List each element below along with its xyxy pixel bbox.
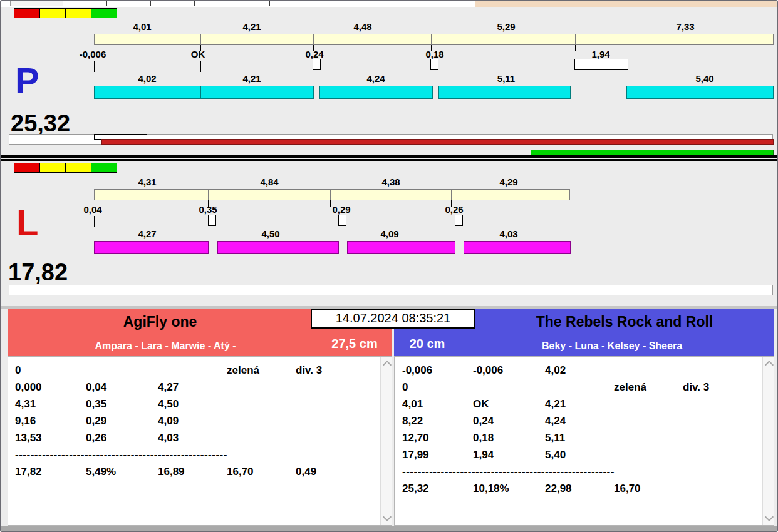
sector-time-label: 4,31: [138, 176, 156, 187]
light-yellow-icon: [39, 163, 66, 173]
exchange-tick: [200, 61, 201, 72]
exchange-time-label: OK: [191, 49, 205, 59]
table-totals-row: 17,825,49%16,8916,700,49: [15, 466, 316, 483]
light-green-icon: [91, 163, 117, 173]
table-cell: 0: [15, 364, 86, 377]
table-cell: 1,94: [473, 449, 545, 461]
sector-time-label: 4,84: [260, 176, 278, 187]
team-category-left: 27,5 cm: [322, 337, 387, 351]
sector-segment: [208, 189, 331, 200]
track-letter-l: L: [16, 205, 38, 241]
team-members-right: Beky - Luna - Kelsey - Sheera: [465, 340, 759, 352]
table-cell: 16,89: [158, 466, 227, 478]
table-cell: 4,24: [545, 415, 614, 427]
chrome-accent: [475, 1, 777, 7]
lap-bar-segment: [94, 86, 201, 99]
table-cell: -0,006: [473, 364, 545, 377]
table-cell: 4,27: [158, 381, 227, 394]
lap-bar-segment: [319, 86, 433, 99]
lap-bar-segment: [217, 241, 339, 254]
table-row: -0,006-0,0064,02: [402, 364, 683, 381]
chrome-tick: [106, 1, 107, 6]
table-cell: 0,49: [296, 466, 316, 478]
table-cell: 4,31: [15, 398, 86, 411]
exchange-tick: [94, 61, 95, 72]
table-cell: 0,24: [473, 415, 545, 427]
chrome-tick: [194, 1, 195, 6]
sector-time-label: 4,21: [242, 21, 261, 32]
boundary-tick: [330, 200, 331, 207]
lap-bar-segment: [626, 86, 774, 99]
lap-time-label: 4,09: [380, 228, 398, 239]
lap-bar-segment: [347, 241, 455, 254]
table-cell: 0: [402, 381, 473, 394]
table-row: 17,991,945,40: [402, 449, 683, 466]
team-name-right: The Rebels Rock and Roll: [475, 314, 774, 330]
table-row: 4,310,354,50: [15, 398, 296, 415]
fault-box: [208, 215, 216, 226]
table-divider: ----------------------------------------…: [15, 449, 227, 466]
table-cell: 13,53: [15, 432, 86, 444]
table-cell: 0,04: [86, 381, 158, 394]
team-name-left: AgiFly one: [8, 314, 313, 330]
light-red-icon: [14, 8, 40, 18]
table-cell: 4,50: [158, 398, 227, 411]
exchange-tick: [94, 216, 95, 227]
table-cell: 17,82: [15, 466, 86, 478]
table-cell: 9,16: [15, 415, 86, 427]
progress-bar-green: [531, 150, 774, 155]
chrome-tick: [269, 1, 270, 6]
scrollbar-left[interactable]: [380, 357, 392, 525]
exchange-time-label: 0,24: [305, 49, 323, 59]
table-cell: OK: [473, 398, 545, 411]
exchange-time-label: 0,29: [332, 204, 350, 215]
total-time-p: 25,32: [11, 111, 70, 135]
scroll-down-icon[interactable]: [765, 513, 774, 521]
scroll-down-icon[interactable]: [383, 513, 392, 521]
lap-time-label: 5,11: [497, 73, 515, 84]
track-strip: [9, 285, 773, 295]
exchange-time-label: 0,35: [199, 204, 217, 215]
lap-bar-segment: [94, 241, 209, 254]
exchange-time-label: 0,18: [425, 49, 443, 59]
fault-box: [455, 215, 463, 226]
timing-window: 4,01 4,21 4,48 5,29 7,33 -0,006 OK 0,24 …: [0, 0, 778, 532]
table-cell: 0,29: [86, 415, 158, 427]
light-yellow-icon: [65, 163, 91, 173]
fault-box: [338, 215, 346, 226]
table-divider: ----------------------------------------…: [402, 466, 615, 483]
table-row: 0,0000,044,27: [15, 381, 296, 398]
sector-segment: [330, 189, 452, 200]
scrollbar-right[interactable]: [762, 357, 774, 525]
track-letter-p: P: [15, 63, 39, 99]
sector-segment: [94, 34, 201, 45]
table-row: 8,220,244,24: [402, 415, 683, 432]
exchange-time-label: -0,006: [80, 49, 106, 59]
table-row: 0zelenádiv. 3: [402, 381, 709, 398]
table-row: 9,160,294,09: [15, 415, 296, 432]
table-cell: 10,18%: [473, 483, 545, 495]
table-cell: 22,98: [545, 483, 614, 495]
table-cell: zelená: [614, 381, 683, 394]
boundary-tick: [575, 45, 576, 51]
table-cell: 5,49%: [86, 466, 158, 478]
table-cell: zelená: [227, 364, 296, 377]
light-yellow-icon: [39, 8, 66, 18]
scroll-up-icon[interactable]: [765, 361, 774, 369]
sector-time-label: 4,01: [133, 21, 151, 32]
sector-time-label: 4,48: [353, 21, 371, 32]
table-cell: 0,26: [86, 432, 158, 444]
table-totals-row: 25,3210,18%22,9816,70: [402, 483, 683, 499]
table-cell: 5,11: [545, 432, 614, 444]
table-cell: 12,70: [402, 432, 473, 444]
scroll-up-icon[interactable]: [383, 361, 392, 369]
fault-box-wide: [574, 59, 628, 70]
chrome-tick: [63, 1, 63, 6]
table-cell: 25,32: [402, 483, 473, 495]
sector-time-label: 7,33: [676, 21, 694, 32]
sector-segment: [575, 34, 774, 45]
lap-time-label: 5,40: [695, 73, 713, 84]
table-cell: 0,000: [15, 381, 86, 394]
panel-separator: [1, 159, 777, 161]
table-cell: 16,70: [614, 483, 683, 495]
